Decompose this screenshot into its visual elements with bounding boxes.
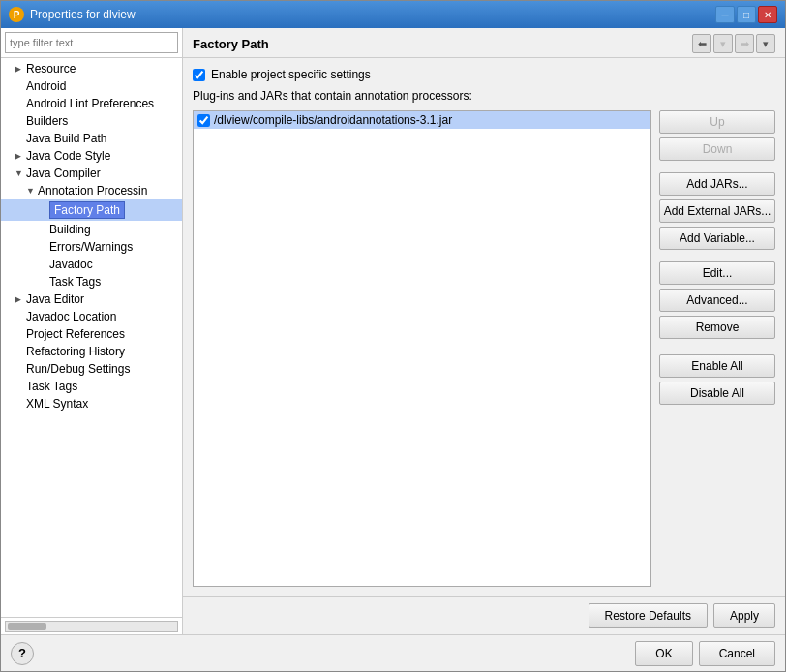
- sidebar-item-android-lint[interactable]: Android Lint Preferences: [1, 95, 182, 112]
- main-area: ▶ Resource Android Android Lint Preferen…: [1, 28, 785, 634]
- nav-forward-button[interactable]: ➡: [735, 34, 754, 53]
- sidebar-item-label: Errors/Warnings: [49, 240, 133, 254]
- add-jars-button[interactable]: Add JARs...: [659, 172, 775, 196]
- jar-item-label: /dlview/compile-libs/androidannotations-…: [214, 113, 452, 127]
- sidebar-item-label: Task Tags: [26, 380, 77, 393]
- apply-button[interactable]: Apply: [713, 603, 775, 628]
- sidebar-item-label: Javadoc Location: [26, 310, 116, 323]
- minimize-button[interactable]: ─: [715, 6, 735, 23]
- enable-checkbox-row: Enable project specific settings: [193, 68, 775, 81]
- jar-area: /dlview/compile-libs/androidannotations-…: [193, 110, 775, 587]
- sidebar-item-label: Android: [26, 79, 66, 93]
- advanced-button[interactable]: Advanced...: [659, 289, 775, 312]
- sidebar-item-building[interactable]: Building: [1, 221, 182, 238]
- sidebar-item-label: Android Lint Preferences: [26, 97, 154, 110]
- nav-dropdown-button[interactable]: ▾: [713, 34, 733, 53]
- sidebar-item-factory-path[interactable]: Factory Path: [1, 199, 182, 221]
- enable-label: Enable project specific settings: [211, 68, 371, 81]
- left-panel-scrollbar: [1, 617, 182, 634]
- up-button[interactable]: Up: [659, 110, 775, 134]
- enable-checkbox[interactable]: [193, 69, 205, 81]
- title-bar-left: P Properties for dlview: [9, 7, 136, 22]
- sidebar-item-label: Java Build Path: [26, 132, 106, 145]
- title-bar: P Properties for dlview ─ □ ✕: [1, 1, 785, 28]
- nav-back-button[interactable]: ⬅: [692, 34, 711, 53]
- sidebar-item-label: XML Syntax: [26, 397, 88, 411]
- sidebar-item-label: Project References: [26, 327, 125, 341]
- sidebar-item-label: Builders: [26, 114, 68, 128]
- restore-defaults-button[interactable]: Restore Defaults: [589, 603, 708, 628]
- horizontal-scrollbar[interactable]: [5, 621, 178, 632]
- arrow-icon: ▶: [15, 294, 24, 304]
- sidebar-item-javadoc[interactable]: Javadoc: [1, 256, 182, 273]
- cancel-button[interactable]: Cancel: [699, 641, 775, 666]
- down-button[interactable]: Down: [659, 137, 775, 161]
- arrow-icon: ▶: [15, 64, 24, 74]
- sidebar-item-label: Building: [49, 223, 91, 236]
- action-buttons: Up Down Add JARs... Add External JARs...…: [659, 110, 775, 587]
- sidebar-item-xml-syntax[interactable]: XML Syntax: [1, 395, 182, 412]
- sidebar-item-label: Run/Debug Settings: [26, 362, 130, 376]
- add-variable-button[interactable]: Add Variable...: [659, 227, 775, 250]
- sidebar-item-task-tags-top[interactable]: Task Tags: [1, 378, 182, 395]
- sidebar-item-label: Javadoc: [49, 258, 93, 271]
- sidebar-item-label: Task Tags: [49, 275, 101, 289]
- ok-button[interactable]: OK: [635, 641, 692, 666]
- section-description: Plug-ins and JARs that contain annotatio…: [193, 89, 775, 103]
- help-button[interactable]: ?: [11, 642, 34, 665]
- arrow-icon: ▼: [26, 186, 36, 196]
- sidebar-item-task-tags[interactable]: Task Tags: [1, 273, 182, 290]
- arrow-icon: ▶: [15, 151, 24, 161]
- section-label-text: Plug-ins and JARs that contain annotatio…: [193, 89, 472, 103]
- sidebar-item-resource[interactable]: ▶ Resource: [1, 60, 182, 77]
- sidebar-item-refactoring-history[interactable]: Refactoring History: [1, 343, 182, 360]
- dialog-bottom: ? OK Cancel: [1, 634, 785, 671]
- edit-button[interactable]: Edit...: [659, 261, 775, 285]
- sidebar-item-label: Java Editor: [26, 292, 84, 306]
- close-button[interactable]: ✕: [758, 6, 777, 23]
- filter-input[interactable]: [5, 32, 178, 53]
- sidebar-item-builders[interactable]: Builders: [1, 112, 182, 130]
- right-panel: Factory Path ⬅ ▾ ➡ ▾ Enable project spec…: [183, 28, 785, 634]
- window-icon-letter: P: [14, 10, 20, 20]
- arrow-icon: ▼: [15, 168, 24, 178]
- sidebar-item-java-code-style[interactable]: ▶ Java Code Style: [1, 147, 182, 165]
- nav-buttons: ⬅ ▾ ➡ ▾: [692, 34, 775, 53]
- sidebar-item-annotation-processing[interactable]: ▼ Annotation Processin: [1, 182, 182, 199]
- add-external-jars-button[interactable]: Add External JARs...: [659, 199, 775, 223]
- right-content: Enable project specific settings Plug-in…: [183, 58, 785, 596]
- sidebar-item-java-editor[interactable]: ▶ Java Editor: [1, 290, 182, 308]
- sidebar-item-label: Resource: [26, 62, 76, 76]
- tree: ▶ Resource Android Android Lint Preferen…: [1, 58, 182, 617]
- enable-all-button[interactable]: Enable All: [659, 354, 775, 378]
- scrollbar-thumb: [8, 623, 46, 630]
- title-bar-controls: ─ □ ✕: [715, 6, 777, 23]
- window-title: Properties for dlview: [30, 8, 136, 21]
- sidebar-item-label: Refactoring History: [26, 345, 125, 358]
- sidebar-item-label: Factory Path: [49, 201, 125, 219]
- nav-menu-button[interactable]: ▾: [756, 34, 775, 53]
- sidebar-item-run-debug[interactable]: Run/Debug Settings: [1, 360, 182, 378]
- sidebar-item-javadoc-location[interactable]: Javadoc Location: [1, 308, 182, 325]
- panel-title: Factory Path: [193, 37, 269, 51]
- right-header: Factory Path ⬅ ▾ ➡ ▾: [183, 28, 785, 58]
- remove-button[interactable]: Remove: [659, 316, 775, 339]
- sidebar-item-label: Java Compiler: [26, 167, 101, 180]
- filter-box: [1, 28, 182, 58]
- bottom-bar: Restore Defaults Apply: [183, 596, 785, 634]
- jar-item-checkbox[interactable]: [197, 114, 210, 127]
- disable-all-button[interactable]: Disable All: [659, 382, 775, 405]
- sidebar-item-java-build-path[interactable]: Java Build Path: [1, 130, 182, 147]
- jar-list[interactable]: /dlview/compile-libs/androidannotations-…: [193, 110, 651, 587]
- dialog-action-buttons: OK Cancel: [635, 641, 775, 666]
- right-panel-wrapper: Factory Path ⬅ ▾ ➡ ▾ Enable project spec…: [183, 28, 785, 634]
- maximize-button[interactable]: □: [737, 6, 756, 23]
- jar-list-item[interactable]: /dlview/compile-libs/androidannotations-…: [194, 111, 650, 129]
- sidebar-item-label: Annotation Processin: [38, 184, 147, 198]
- sidebar-item-android[interactable]: Android: [1, 77, 182, 95]
- properties-window: P Properties for dlview ─ □ ✕ ▶ Resource: [0, 0, 786, 672]
- sidebar-item-label: Java Code Style: [26, 149, 110, 163]
- sidebar-item-errors-warnings[interactable]: Errors/Warnings: [1, 238, 182, 256]
- sidebar-item-java-compiler[interactable]: ▼ Java Compiler: [1, 165, 182, 182]
- sidebar-item-project-references[interactable]: Project References: [1, 325, 182, 343]
